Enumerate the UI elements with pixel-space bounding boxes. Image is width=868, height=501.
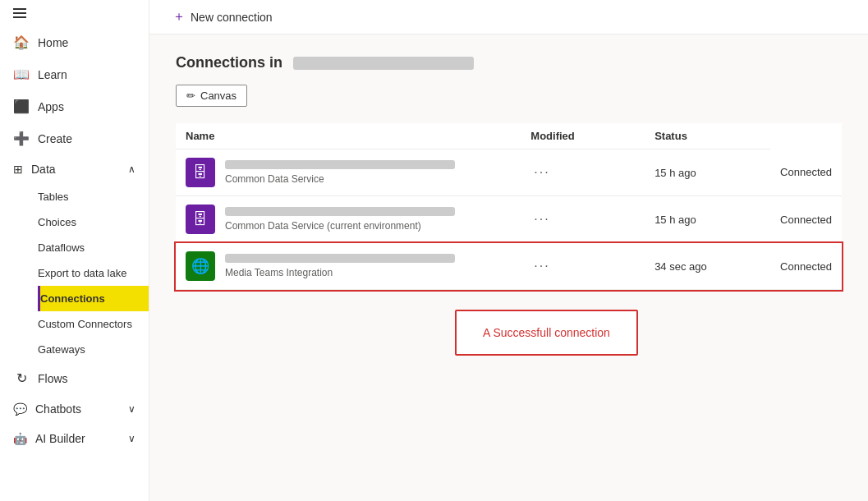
page-content: Connections in ✏ Canvas Name Modified St…: [149, 34, 868, 501]
conn-icon: 🌐: [186, 251, 215, 281]
conn-dots-cell: ···: [521, 243, 645, 290]
chevron-down-icon-chatbots: ∨: [128, 403, 135, 415]
conn-name-cell: 🗄 Common Data Service (current environme…: [176, 196, 521, 243]
create-icon: ➕: [13, 131, 30, 146]
connections-table: Name Modified Status 🗄 Common Data Servi…: [176, 123, 842, 290]
conn-status-cell: Connected: [770, 196, 842, 243]
conn-icon: 🗄: [186, 205, 215, 234]
conn-icon: 🗄: [186, 158, 215, 187]
hamburger-menu[interactable]: [0, 0, 149, 26]
sidebar-item-dataflows[interactable]: Dataflows: [38, 235, 149, 260]
canvas-filter-button[interactable]: ✏ Canvas: [176, 85, 247, 107]
apps-icon: ⬛: [13, 99, 30, 114]
conn-type-label: Media Teams Integration: [225, 267, 333, 278]
ai-builder-icon: 🤖: [13, 432, 27, 445]
sidebar-item-choices-label: Choices: [38, 216, 76, 228]
conn-options-button[interactable]: ···: [530, 255, 553, 277]
page-title: Connections in: [176, 54, 842, 71]
conn-modified-cell: 34 sec ago: [645, 243, 770, 290]
conn-blurred-name: [225, 254, 455, 263]
conn-name-text: Common Data Service (current environment…: [225, 207, 455, 232]
sidebar-item-flows[interactable]: ↻ Flows: [0, 362, 149, 394]
env-name-blurred: [293, 57, 474, 70]
learn-icon: 📖: [13, 67, 30, 82]
main-content: ＋ New connection Connections in ✏ Canvas…: [149, 0, 868, 501]
sidebar-item-dataflows-label: Dataflows: [38, 241, 85, 254]
sidebar-item-flows-label: Flows: [38, 372, 68, 385]
sidebar-item-gateways-label: Gateways: [38, 343, 85, 356]
topbar: ＋ New connection: [149, 0, 868, 34]
conn-status-cell: Connected: [770, 149, 842, 196]
conn-options-button[interactable]: ···: [530, 162, 553, 183]
flows-icon: ↻: [13, 370, 30, 386]
plus-icon: ＋: [172, 8, 186, 25]
new-connection-button[interactable]: ＋ New connection: [166, 5, 279, 29]
table-row: 🌐 Media Teams Integration ···34 sec agoC…: [176, 243, 842, 290]
conn-name-text: Common Data Service: [225, 160, 455, 185]
data-sub-menu: Tables Choices Dataflows Export to data …: [0, 184, 149, 362]
col-header-status: Status: [645, 123, 770, 149]
sidebar-item-learn[interactable]: 📖 Learn: [0, 58, 149, 90]
sidebar-item-home-label: Home: [38, 36, 68, 49]
sidebar-item-custom-connectors[interactable]: Custom Connectors: [38, 311, 149, 337]
table-row: 🗄 Common Data Service (current environme…: [176, 196, 842, 243]
new-connection-label: New connection: [191, 11, 273, 24]
sidebar-item-connections[interactable]: Connections: [38, 286, 149, 311]
sidebar-item-export[interactable]: Export to data lake: [38, 260, 149, 286]
status-badge: Connected: [780, 260, 832, 273]
conn-dots-cell: ···: [521, 196, 645, 243]
status-badge: Connected: [780, 166, 832, 178]
status-badge: Connected: [780, 214, 832, 226]
sidebar-item-gateways[interactable]: Gateways: [38, 337, 149, 362]
sidebar-item-data[interactable]: ⊞ Data ∧: [0, 154, 149, 184]
chevron-down-icon-ai: ∨: [128, 433, 135, 444]
sidebar-item-apps-label: Apps: [38, 100, 64, 113]
conn-name-cell: 🗄 Common Data Service: [176, 149, 521, 196]
sidebar: 🏠 Home 📖 Learn ⬛ Apps ➕ Create ⊞ Data ∧ …: [0, 0, 149, 501]
conn-options-button[interactable]: ···: [530, 209, 553, 230]
sidebar-item-custom-connectors-label: Custom Connectors: [38, 318, 132, 330]
sidebar-item-chatbots[interactable]: 💬 Chatbots ∨: [0, 394, 149, 424]
conn-type-label: Common Data Service: [225, 173, 324, 185]
pencil-icon: ✏: [186, 90, 195, 102]
col-header-name: Name: [176, 123, 521, 149]
conn-modified-cell: 15 h ago: [645, 196, 770, 243]
conn-status-cell: Connected: [770, 243, 842, 290]
home-icon: 🏠: [13, 34, 30, 50]
sidebar-item-apps[interactable]: ⬛ Apps: [0, 90, 149, 122]
sidebar-item-export-label: Export to data lake: [38, 267, 126, 279]
col-header-modified: Modified: [521, 123, 645, 149]
sidebar-item-connections-label: Connections: [40, 292, 105, 305]
conn-name-text: Media Teams Integration: [225, 254, 455, 278]
sidebar-item-data-label: Data: [31, 163, 56, 176]
sidebar-item-chatbots-label: Chatbots: [35, 402, 81, 416]
success-message-text: A Successfull connection: [483, 326, 610, 339]
data-icon: ⊞: [13, 163, 23, 176]
conn-blurred-name: [225, 160, 455, 169]
sidebar-item-tables-label: Tables: [38, 191, 69, 203]
sidebar-item-create[interactable]: ➕ Create: [0, 122, 149, 154]
sidebar-item-create-label: Create: [38, 132, 72, 145]
conn-modified-cell: 15 h ago: [645, 149, 770, 196]
conn-type-label: Common Data Service (current environment…: [225, 220, 421, 232]
table-row: 🗄 Common Data Service ···15 h agoConnect…: [176, 149, 842, 196]
conn-name-cell: 🌐 Media Teams Integration: [176, 243, 521, 290]
sidebar-item-choices[interactable]: Choices: [38, 209, 149, 235]
conn-dots-cell: ···: [521, 149, 645, 196]
sidebar-item-home[interactable]: 🏠 Home: [0, 26, 149, 58]
conn-blurred-name: [225, 207, 455, 216]
sidebar-item-ai-builder-label: AI Builder: [35, 432, 85, 445]
chevron-up-icon: ∧: [128, 163, 135, 175]
success-message-box: A Successfull connection: [455, 310, 638, 356]
sidebar-item-tables[interactable]: Tables: [38, 184, 149, 209]
chatbots-icon: 💬: [13, 402, 27, 416]
sidebar-item-ai-builder[interactable]: 🤖 AI Builder ∨: [0, 424, 149, 453]
sidebar-item-learn-label: Learn: [38, 68, 67, 81]
canvas-btn-label: Canvas: [200, 90, 237, 102]
